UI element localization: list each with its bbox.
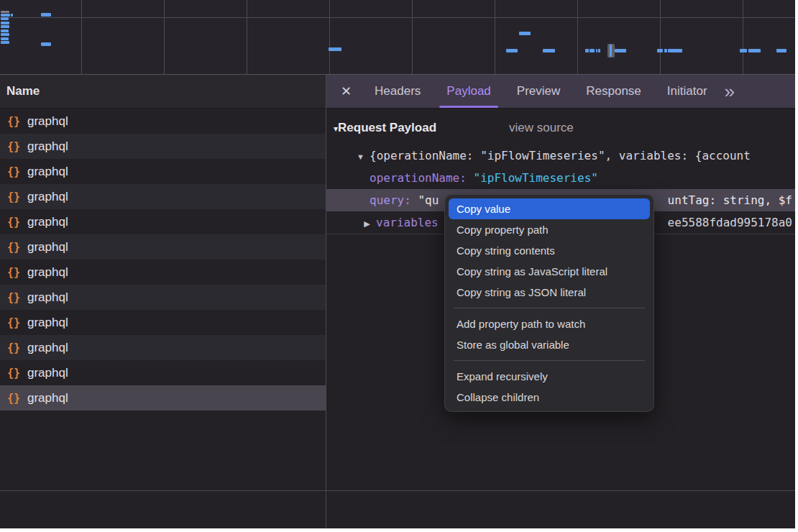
json-icon: {} [0, 392, 27, 405]
operation-name-row[interactable]: operationName: "ipFlowTimeseries" [326, 167, 795, 189]
overview-request-bar [664, 49, 667, 52]
property-value: "ipFlowTimeseries" [474, 171, 598, 185]
property-key: variables [376, 216, 439, 229]
overview-request-bar [748, 49, 761, 52]
overview-request-bar [1, 25, 9, 28]
menu-item-copy-string-contents[interactable]: Copy string contents [445, 240, 653, 261]
menu-item-copy-string-json-literal[interactable]: Copy string as JSON literal [445, 282, 653, 303]
json-icon: {} [0, 291, 27, 304]
property-value-end: ee5588fdad995178a0 [668, 211, 792, 234]
requests-panel: Name {}graphql {}graphql {}graphql {}gra… [0, 75, 326, 528]
overview-gridline [743, 0, 743, 74]
request-row[interactable]: {}graphql [0, 109, 326, 134]
overview-request-bar [1, 22, 9, 24]
tab-preview[interactable]: Preview [504, 75, 573, 108]
menu-item-add-property-path-to-watch[interactable]: Add property path to watch [445, 313, 653, 334]
overview-gridline [495, 0, 495, 74]
overview-request-bar [543, 49, 555, 52]
request-row[interactable]: {}graphql [0, 209, 326, 234]
overview-gridline [329, 0, 330, 74]
expanded-triangle-icon[interactable]: ▼ [352, 146, 370, 167]
context-menu: Copy value Copy property path Copy strin… [444, 194, 654, 412]
request-row[interactable]: {}graphql [0, 360, 326, 385]
property-value-start: "qu [418, 193, 439, 207]
overview-request-bar [1, 14, 10, 17]
request-row[interactable]: {}graphql [0, 285, 326, 310]
overview-gridline [660, 0, 661, 74]
json-icon: {} [0, 191, 27, 203]
request-row[interactable]: {}graphql [0, 335, 326, 360]
tab-headers[interactable]: Headers [362, 75, 434, 108]
collapsed-triangle-icon[interactable]: ▶ [358, 213, 376, 234]
overview-request-bar [668, 49, 682, 52]
json-icon: {} [0, 241, 27, 254]
overview-hover-marker-line [610, 45, 612, 57]
request-name: graphql [27, 114, 68, 129]
overview-request-bar [41, 13, 51, 17]
tab-payload[interactable]: Payload [434, 75, 503, 108]
menu-item-copy-property-path[interactable]: Copy property path [445, 219, 653, 240]
request-row[interactable]: {}graphql [0, 385, 326, 411]
details-tabbar: ✕ Headers Payload Preview Response Initi… [326, 75, 795, 109]
devtools-window: Name {}graphql {}graphql {}graphql {}gra… [0, 0, 798, 532]
overview-request-bar [1, 29, 9, 32]
overview-request-bar [740, 49, 747, 52]
overview-request-bar [776, 49, 786, 52]
overview-request-bar [615, 49, 626, 52]
json-icon: {} [0, 140, 27, 153]
property-key: operationName: [370, 171, 467, 185]
payload-section-title: Request Payload [338, 121, 436, 134]
request-row[interactable]: {}graphql [0, 134, 326, 159]
overview-gridline [247, 0, 247, 74]
overview-request-bar [1, 37, 9, 40]
request-name: graphql [27, 341, 68, 355]
overview-request-bar [1, 33, 9, 36]
request-row[interactable]: {}graphql [0, 234, 326, 260]
request-row[interactable]: {}graphql [0, 310, 326, 335]
property-key: query: [370, 193, 411, 207]
request-list: {}graphql {}graphql {}graphql {}graphql … [0, 109, 326, 411]
overview-request-bar [1, 41, 9, 44]
request-name: graphql [27, 316, 68, 330]
request-row[interactable]: {}graphql [0, 260, 326, 285]
overview-gridline [577, 0, 578, 74]
name-column-label: Name [6, 84, 40, 98]
menu-item-expand-recursively[interactable]: Expand recursively [445, 366, 653, 387]
overview-request-bar [1, 11, 9, 13]
request-name: graphql [27, 190, 68, 204]
panel-splitter[interactable] [326, 75, 326, 528]
request-row[interactable]: {}graphql [0, 159, 326, 184]
overview-request-bar [590, 49, 595, 52]
menu-item-copy-string-js-literal[interactable]: Copy string as JavaScript literal [445, 261, 653, 282]
request-row[interactable]: {}graphql [0, 184, 326, 209]
request-name: graphql [27, 391, 68, 405]
overview-request-bar [585, 49, 589, 52]
overview-request-bar [506, 49, 518, 52]
overview-request-bar [329, 47, 341, 51]
close-icon[interactable]: ✕ [341, 83, 352, 99]
overview-row-divider [0, 17, 795, 18]
payload-preview-text: {operationName: "ipFlowTimeseries", vari… [370, 149, 751, 162]
name-column-header[interactable]: Name [0, 75, 326, 109]
overview-request-bar [1, 17, 9, 20]
menu-item-collapse-children[interactable]: Collapse children [445, 387, 653, 408]
tab-initiator[interactable]: Initiator [654, 75, 720, 108]
menu-item-store-as-global-variable[interactable]: Store as global variable [445, 334, 653, 355]
overview-request-bar [11, 14, 13, 17]
overview-request-bar [657, 49, 663, 52]
payload-root-row[interactable]: ▼{operationName: "ipFlowTimeseries", var… [326, 145, 795, 167]
json-icon: {} [0, 115, 27, 128]
json-icon: {} [0, 367, 27, 380]
menu-item-copy-value[interactable]: Copy value [449, 198, 650, 219]
json-icon: {} [0, 165, 27, 178]
view-source-link[interactable]: view source [509, 117, 574, 139]
overview-request-bar [596, 49, 597, 52]
json-icon: {} [0, 266, 27, 279]
request-name: graphql [27, 139, 68, 154]
tab-response[interactable]: Response [573, 75, 654, 108]
network-overview-strip[interactable] [0, 0, 795, 75]
request-name: graphql [27, 215, 68, 229]
request-name: graphql [27, 165, 68, 179]
more-tabs-icon[interactable]: » [725, 75, 735, 108]
payload-section-header[interactable]: ▾Request Payload view source [326, 117, 436, 139]
